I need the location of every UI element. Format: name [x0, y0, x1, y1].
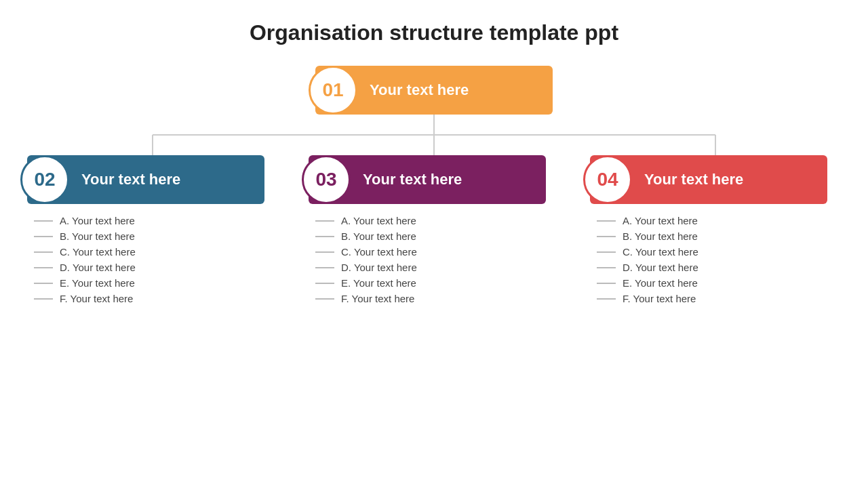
- list-item-text: E. Your text here: [341, 277, 416, 289]
- node-04: 04 Your text here: [590, 155, 827, 204]
- node-02-wrapper: 02 Your text here: [27, 155, 278, 204]
- node-02-list: A. Your text here B. Your text here C. Y…: [27, 215, 278, 308]
- node-02: 02 Your text here: [27, 155, 264, 204]
- list-item-text: E. Your text here: [623, 277, 698, 289]
- list-item: C. Your text here: [597, 246, 841, 258]
- node-03-wrapper: 03 Your text here: [309, 155, 559, 204]
- node-01-label: Your text here: [370, 81, 479, 99]
- list-item-text: C. Your text here: [623, 246, 698, 258]
- list-line: [34, 283, 53, 284]
- list-item-text: F. Your text here: [60, 293, 133, 304]
- list-item: E. Your text here: [34, 277, 278, 289]
- list-line: [34, 251, 53, 253]
- node-04-label: Your text here: [644, 171, 754, 188]
- node-04-number: 04: [583, 155, 632, 204]
- list-item-text: B. Your text here: [623, 230, 698, 242]
- top-node-row: 01 Your text here: [27, 66, 841, 115]
- list-line: [315, 267, 334, 268]
- list-item: C. Your text here: [34, 246, 278, 258]
- list-item: D. Your text here: [597, 262, 841, 273]
- list-item-text: D. Your text here: [623, 262, 698, 273]
- list-item-text: A. Your text here: [623, 215, 698, 226]
- node-02-number: 02: [20, 155, 69, 204]
- list-item: E. Your text here: [315, 277, 559, 289]
- node-04-list: A. Your text here B. Your text here C. Y…: [590, 215, 841, 308]
- list-item: A. Your text here: [34, 215, 278, 226]
- list-item-text: B. Your text here: [60, 230, 135, 242]
- list-item-text: C. Your text here: [341, 246, 417, 258]
- list-item: C. Your text here: [315, 246, 559, 258]
- list-line: [315, 251, 334, 253]
- node-01-number: 01: [309, 66, 357, 115]
- node-03-list: A. Your text here B. Your text here C. Y…: [309, 215, 559, 308]
- list-line: [597, 283, 616, 284]
- bottom-column-04: 04 Your text here A. Your text here B. Y…: [590, 155, 841, 308]
- list-item-text: E. Your text here: [60, 277, 135, 289]
- list-line: [34, 298, 53, 300]
- list-item: D. Your text here: [315, 262, 559, 273]
- list-line: [597, 236, 616, 237]
- list-item: B. Your text here: [597, 230, 841, 242]
- list-item: A. Your text here: [597, 215, 841, 226]
- list-item-text: C. Your text here: [60, 246, 136, 258]
- list-item: E. Your text here: [597, 277, 841, 289]
- list-item-text: B. Your text here: [341, 230, 416, 242]
- page-title: Organisation structure template ppt: [250, 20, 618, 45]
- list-line: [34, 236, 53, 237]
- node-04-wrapper: 04 Your text here: [590, 155, 841, 204]
- bottom-column-03: 03 Your text here A. Your text here B. Y…: [309, 155, 559, 308]
- page: Organisation structure template ppt 01 Y…: [0, 0, 868, 488]
- list-item: F. Your text here: [34, 293, 278, 304]
- list-line: [597, 267, 616, 268]
- list-line: [315, 220, 334, 222]
- list-item-text: D. Your text here: [341, 262, 417, 273]
- list-line: [597, 220, 616, 222]
- list-item-text: F. Your text here: [341, 293, 414, 304]
- list-line: [597, 251, 616, 253]
- list-line: [34, 267, 53, 268]
- list-line: [315, 283, 334, 284]
- list-line: [34, 220, 53, 222]
- connector-svg: [27, 115, 841, 155]
- node-01: 01 Your text here: [315, 66, 553, 115]
- bottom-nodes-row: 02 Your text here A. Your text here B. Y…: [27, 155, 841, 308]
- list-line: [597, 298, 616, 300]
- list-item: B. Your text here: [315, 230, 559, 242]
- list-item: D. Your text here: [34, 262, 278, 273]
- node-02-label: Your text here: [81, 171, 191, 188]
- list-line: [315, 236, 334, 237]
- list-line: [315, 298, 334, 300]
- node-03: 03 Your text here: [309, 155, 546, 204]
- list-item: F. Your text here: [597, 293, 841, 304]
- connector-area: [27, 115, 841, 155]
- list-item-text: A. Your text here: [60, 215, 135, 226]
- list-item-text: F. Your text here: [623, 293, 696, 304]
- bottom-column-02: 02 Your text here A. Your text here B. Y…: [27, 155, 278, 308]
- node-03-label: Your text here: [363, 171, 473, 188]
- list-item-text: A. Your text here: [341, 215, 416, 226]
- list-item: F. Your text here: [315, 293, 559, 304]
- node-03-number: 03: [302, 155, 351, 204]
- list-item: A. Your text here: [315, 215, 559, 226]
- list-item-text: D. Your text here: [60, 262, 136, 273]
- tree-container: 01 Your text here 02: [27, 66, 841, 308]
- list-item: B. Your text here: [34, 230, 278, 242]
